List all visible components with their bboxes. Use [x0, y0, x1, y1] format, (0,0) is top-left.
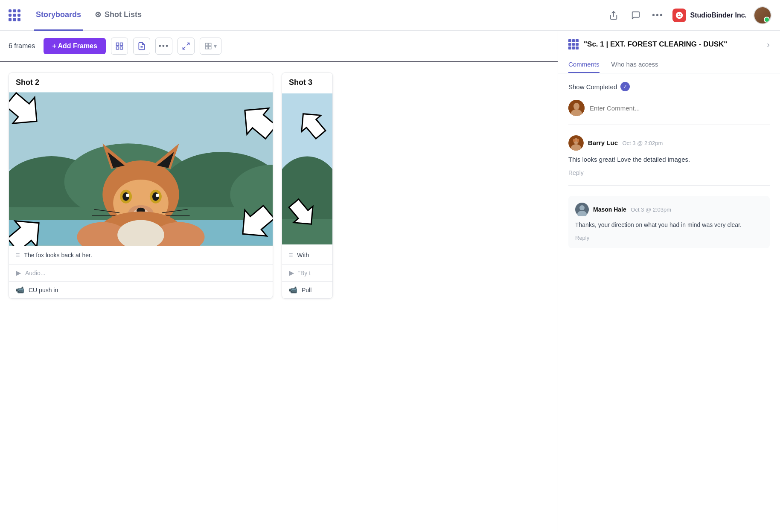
svg-rect-13	[209, 47, 211, 49]
shot-card-2: Shot 2	[9, 73, 273, 299]
comment-barry-luc: Barry Luc Oct 3 @ 2:02pm This looks grea…	[568, 135, 770, 186]
show-completed-toggle[interactable]: ✓	[620, 82, 630, 91]
user-avatar[interactable]	[754, 6, 771, 24]
show-completed-row: Show Completed ✓	[568, 82, 770, 91]
barry-luc-timestamp: Oct 3 @ 2:02pm	[622, 140, 663, 146]
camera-icon-3: 📹	[289, 286, 297, 294]
audio-icon-3: ▶	[289, 269, 294, 277]
reply-button-2[interactable]: Reply	[575, 235, 589, 241]
fox-illustration	[9, 92, 273, 246]
tab-storyboards[interactable]: Storyboards	[34, 0, 83, 31]
current-user-avatar	[568, 100, 585, 116]
tab-shot-lists[interactable]: ⊛ Shot Lists	[93, 0, 143, 31]
shot-3-audio: "By t	[298, 270, 311, 276]
barry-luc-text: This looks great! Love the detailed imag…	[568, 155, 770, 165]
nav-brand[interactable]: StudioBinder Inc.	[672, 9, 747, 22]
expand-button[interactable]	[178, 38, 195, 55]
grid-icon	[9, 9, 20, 21]
shot-2-description: The fox looks back at her.	[24, 252, 92, 259]
scene-title-row: "Sc. 1 | EXT. FOREST CLEARING - DUSK" ›	[568, 39, 770, 49]
shot-3-audio-row: ▶ "By t	[282, 264, 332, 281]
svg-rect-7	[120, 47, 123, 49]
comments-button[interactable]	[628, 8, 643, 23]
show-completed-label: Show Completed	[568, 83, 617, 90]
camera-icon: 📹	[16, 286, 24, 294]
shot-3-header: Shot 3	[282, 73, 332, 92]
brand-name-label: StudioBinder Inc.	[690, 12, 747, 19]
svg-rect-4	[116, 43, 119, 46]
more-icon: •••	[652, 10, 664, 20]
shot-lists-label: Shot Lists	[105, 10, 142, 19]
svg-point-35	[126, 194, 129, 197]
toolbar-more-button[interactable]: •••	[155, 38, 172, 55]
frames-count: 6 frames	[9, 42, 35, 50]
shot-2-audio: Audio...	[25, 270, 45, 276]
barry-luc-name: Barry Luc	[588, 139, 618, 146]
list-view-button[interactable]	[111, 38, 128, 55]
shot-2-image	[9, 92, 273, 246]
svg-rect-6	[116, 47, 119, 49]
panel-expand-button[interactable]: ›	[767, 40, 770, 49]
toolbar: 6 frames + Add Frames ••• ▾	[0, 31, 558, 62]
svg-rect-12	[205, 47, 208, 49]
shot-3-description: With	[297, 252, 309, 259]
shot-2-camera: CU push in	[29, 287, 58, 294]
svg-point-61	[576, 139, 579, 142]
shot-2-audio-row: ▶ Audio...	[9, 264, 273, 281]
svg-rect-11	[209, 43, 211, 46]
top-nav: Storyboards ⊛ Shot Lists •••	[0, 0, 780, 31]
more-options-button[interactable]: •••	[650, 8, 666, 23]
svg-rect-5	[120, 43, 123, 46]
description-icon: ≡	[16, 251, 20, 259]
svg-point-36	[156, 194, 159, 197]
nav-logo	[9, 9, 20, 21]
shot-3-illustration	[282, 92, 332, 246]
shot-2-description-row: ≡ The fox looks back at her.	[9, 246, 273, 264]
tab-who-has-access[interactable]: Who has access	[611, 56, 658, 73]
main-container: 6 frames + Add Frames ••• ▾	[0, 31, 780, 532]
tab-comments[interactable]: Comments	[568, 56, 600, 73]
mason-hale-text: Thanks, your direction on what you had i…	[575, 221, 763, 230]
mason-hale-avatar	[575, 203, 589, 216]
shot-3-camera-row: 📹 Pull	[282, 281, 332, 298]
comment-meta-1: Barry Luc Oct 3 @ 2:02pm	[588, 139, 663, 147]
shot-3-description-row: ≡ With	[282, 246, 332, 264]
shot-2-header: Shot 2	[9, 73, 273, 92]
svg-point-63	[579, 205, 585, 210]
layout-dropdown-button[interactable]: ▾	[200, 38, 221, 55]
scene-grid-icon	[568, 39, 579, 49]
svg-rect-10	[205, 43, 208, 46]
comment-mason-hale: Mason Hale Oct 3 @ 2:03pm Thanks, your d…	[568, 196, 770, 257]
left-panel: 6 frames + Add Frames ••• ▾	[0, 31, 558, 532]
shot-lists-icon: ⊛	[95, 10, 101, 19]
nav-actions: ••• StudioBinder Inc.	[606, 6, 771, 24]
shot-card-3: Shot 3	[282, 73, 333, 299]
add-frames-button[interactable]: + Add Frames	[44, 38, 106, 54]
shot-2-camera-row: 📹 CU push in	[9, 281, 273, 298]
panel-header: "Sc. 1 | EXT. FOREST CLEARING - DUSK" › …	[558, 31, 780, 73]
brand-logo	[672, 9, 686, 22]
pdf-export-button[interactable]	[133, 38, 150, 55]
panel-tabs: Comments Who has access	[568, 56, 770, 73]
reply-meta-1: Mason Hale Oct 3 @ 2:03pm	[593, 206, 671, 213]
audio-icon: ▶	[16, 269, 21, 277]
reply-block-mason: Mason Hale Oct 3 @ 2:03pm Thanks, your d…	[568, 196, 770, 248]
comment-input-row	[568, 100, 770, 125]
scene-title: "Sc. 1 | EXT. FOREST CLEARING - DUSK"	[584, 40, 762, 49]
description-icon-3: ≡	[289, 251, 293, 259]
comment-author-row-1: Barry Luc Oct 3 @ 2:02pm	[568, 135, 770, 151]
shot-3-camera: Pull	[302, 287, 311, 294]
comment-input-field[interactable]	[590, 105, 770, 112]
shot-3-image	[282, 92, 332, 246]
svg-point-1	[676, 12, 682, 18]
svg-point-60	[573, 139, 576, 142]
barry-luc-avatar	[568, 135, 584, 151]
mason-hale-name: Mason Hale	[593, 206, 626, 213]
panel-body: Show Completed ✓	[558, 73, 780, 532]
storyboards-label: Storyboards	[36, 10, 81, 19]
reply-author-row-1: Mason Hale Oct 3 @ 2:03pm	[575, 203, 763, 216]
share-button[interactable]	[606, 8, 621, 23]
reply-button-1[interactable]: Reply	[568, 169, 584, 176]
svg-point-55	[573, 103, 579, 110]
right-panel: "Sc. 1 | EXT. FOREST CLEARING - DUSK" › …	[558, 31, 780, 532]
